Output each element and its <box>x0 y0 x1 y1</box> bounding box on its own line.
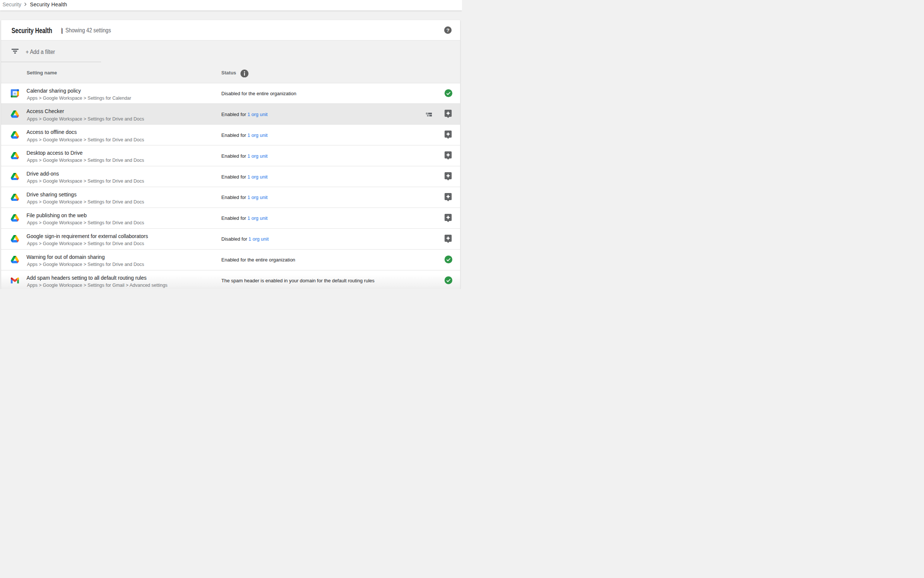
svg-text:31: 31 <box>13 92 16 95</box>
